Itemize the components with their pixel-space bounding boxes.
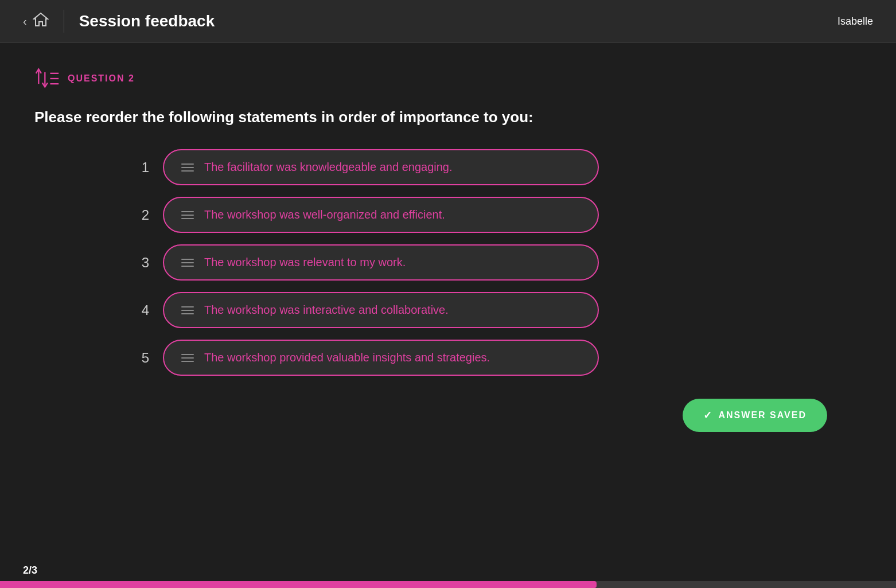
- header-divider: [64, 10, 64, 33]
- progress-bar-container: [0, 581, 896, 588]
- question-header: QUESTION 2: [34, 66, 862, 91]
- home-button[interactable]: [33, 12, 49, 30]
- main-content: QUESTION 2 Please reorder the following …: [0, 43, 896, 455]
- answer-saved-button[interactable]: ✓ ANSWER SAVED: [683, 399, 828, 432]
- item-number: 2: [138, 207, 149, 223]
- header-left: ‹ Session feedback: [23, 10, 215, 33]
- item-pill[interactable]: The workshop was relevant to my work.: [163, 244, 599, 281]
- list-item[interactable]: 4 The workshop was interactive and colla…: [138, 292, 862, 328]
- item-number: 3: [138, 255, 149, 271]
- sortable-list: 1 The facilitator was knowledgeable and …: [138, 149, 862, 376]
- item-text: The workshop was interactive and collabo…: [204, 303, 449, 317]
- item-number: 4: [138, 302, 149, 318]
- item-text: The workshop was well-organized and effi…: [204, 208, 445, 221]
- item-pill[interactable]: The workshop was interactive and collabo…: [163, 292, 599, 328]
- check-icon: ✓: [703, 409, 713, 422]
- list-item[interactable]: 5 The workshop provided valuable insight…: [138, 340, 862, 376]
- nav-icons: ‹: [23, 12, 49, 30]
- progress-bar: [0, 581, 597, 588]
- drag-handle-icon: [181, 306, 194, 314]
- item-text: The workshop provided valuable insights …: [204, 351, 490, 364]
- list-item[interactable]: 2 The workshop was well-organized and ef…: [138, 197, 862, 233]
- question-label: QUESTION 2: [68, 73, 135, 84]
- item-number: 5: [138, 350, 149, 366]
- save-button-label: ANSWER SAVED: [719, 410, 807, 420]
- item-text: The workshop was relevant to my work.: [204, 256, 406, 269]
- item-number: 1: [138, 159, 149, 176]
- item-pill[interactable]: The facilitator was knowledgeable and en…: [163, 149, 599, 185]
- list-item[interactable]: 1 The facilitator was knowledgeable and …: [138, 149, 862, 185]
- header: ‹ Session feedback Isabelle: [0, 0, 896, 43]
- drag-handle-icon: [181, 354, 194, 362]
- drag-handle-icon: [181, 211, 194, 219]
- drag-handle-icon: [181, 163, 194, 172]
- user-name: Isabelle: [837, 15, 873, 28]
- item-pill[interactable]: The workshop was well-organized and effi…: [163, 197, 599, 233]
- reorder-icon: [34, 66, 60, 91]
- question-text: Please reorder the following statements …: [34, 108, 608, 126]
- drag-handle-icon: [181, 259, 194, 267]
- back-button[interactable]: ‹: [23, 15, 27, 28]
- page-title: Session feedback: [79, 12, 215, 30]
- item-pill[interactable]: The workshop provided valuable insights …: [163, 340, 599, 376]
- list-item[interactable]: 3 The workshop was relevant to my work.: [138, 244, 862, 281]
- save-button-container: ✓ ANSWER SAVED: [34, 399, 827, 432]
- item-text: The facilitator was knowledgeable and en…: [204, 161, 453, 174]
- progress-label: 2/3: [23, 564, 37, 577]
